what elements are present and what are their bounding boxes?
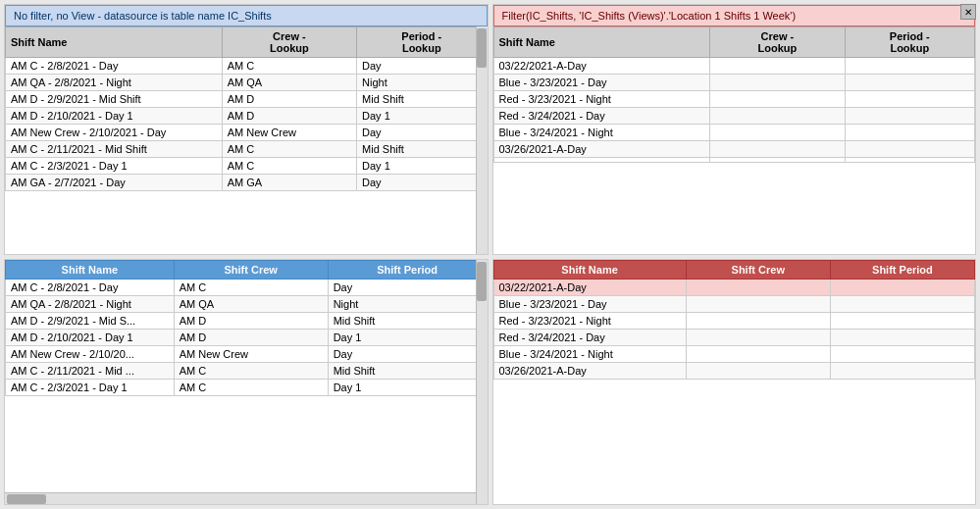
tl-col-period-lookup: Period -Lookup <box>357 27 487 58</box>
bl-col-shift-period: Shift Period <box>328 260 487 279</box>
table-row[interactable]: AM C - 2/3/2021 - Day 1AM CDay 1 <box>6 379 488 395</box>
table-row[interactable]: AM C - 2/8/2021 - DayAM CDay <box>6 279 488 295</box>
top-left-table-container[interactable]: Shift Name Crew -Lookup Period -Lookup A… <box>5 26 488 254</box>
table-row[interactable]: AM New Crew - 2/10/2021 - DayAM New Crew… <box>6 125 488 141</box>
table-cell: AM D <box>222 91 356 108</box>
tl-scroll-thumb <box>477 28 487 68</box>
table-cell: AM QA <box>222 75 356 91</box>
bl-col-shift-crew: Shift Crew <box>174 260 328 279</box>
tl-scrollbar[interactable] <box>476 26 488 254</box>
bottom-right-table: Shift Name Shift Crew Shift Period 03/22… <box>493 260 976 380</box>
table-cell <box>686 362 830 379</box>
table-cell: Mid Shift <box>357 91 487 108</box>
table-cell: AM D <box>222 108 356 125</box>
table-cell <box>845 75 974 91</box>
table-cell: Blue - 3/23/2021 - Day <box>493 295 686 312</box>
table-row[interactable]: AM C - 2/11/2021 - Mid ...AM CMid Shift <box>6 362 488 379</box>
table-row[interactable]: AM New Crew - 2/10/20...AM New CrewDay <box>6 345 488 362</box>
table-cell: Red - 3/23/2021 - Night <box>493 312 686 329</box>
table-cell: Blue - 3/24/2021 - Night <box>493 125 710 141</box>
table-cell: Mid Shift <box>328 312 487 329</box>
table-row[interactable]: AM D - 2/10/2021 - Day 1AM DDay 1 <box>6 329 488 345</box>
table-row[interactable]: 03/22/2021-A-Day <box>493 279 975 295</box>
table-cell <box>845 125 974 141</box>
table-row[interactable]: AM D - 2/10/2021 - Day 1AM DDay 1 <box>6 108 488 125</box>
table-cell <box>845 91 974 108</box>
table-row[interactable]: Blue - 3/23/2021 - Day <box>493 295 975 312</box>
table-row[interactable]: AM C - 2/8/2021 - DayAM CDay <box>6 58 488 75</box>
table-cell: 03/22/2021-A-Day <box>493 279 686 295</box>
table-cell: AM C <box>174 379 328 395</box>
table-cell: Day 1 <box>328 329 487 345</box>
table-cell <box>845 141 974 158</box>
table-row[interactable]: 03/22/2021-A-Day <box>493 58 975 75</box>
top-left-header: No filter, no View - datasource is table… <box>5 5 488 26</box>
top-right-header: Filter(IC_Shifts, 'IC_Shifts (Views)'.'L… <box>493 5 976 26</box>
table-row[interactable] <box>493 158 975 163</box>
table-cell: AM C - 2/11/2021 - Mid Shift <box>6 141 223 158</box>
table-cell <box>830 329 974 345</box>
top-right-table-container[interactable]: Shift Name Crew -Lookup Period -Lookup 0… <box>493 26 976 254</box>
table-row[interactable]: 03/26/2021-A-Day <box>493 141 975 158</box>
table-cell: Day <box>357 125 487 141</box>
bl-col-shift-name: Shift Name <box>6 260 175 279</box>
table-row[interactable]: Red - 3/23/2021 - Night <box>493 312 975 329</box>
table-row[interactable]: AM GA - 2/7/2021 - DayAM GADay <box>6 175 488 191</box>
table-row[interactable]: AM C - 2/3/2021 - Day 1AM CDay 1 <box>6 158 488 175</box>
table-row[interactable]: Blue - 3/24/2021 - Night <box>493 345 975 362</box>
table-cell: AM New Crew <box>222 125 356 141</box>
table-cell: Day <box>328 345 487 362</box>
table-row[interactable]: Red - 3/23/2021 - Night <box>493 91 975 108</box>
table-cell <box>710 108 845 125</box>
close-button[interactable]: ✕ <box>960 4 976 20</box>
table-cell: AM C - 2/8/2021 - Day <box>6 58 223 75</box>
table-cell: AM GA <box>222 175 356 191</box>
table-cell: 03/26/2021-A-Day <box>493 362 686 379</box>
table-cell: Day <box>357 58 487 75</box>
table-cell <box>710 141 845 158</box>
table-cell <box>830 279 974 295</box>
table-row[interactable]: Blue - 3/23/2021 - Day <box>493 75 975 91</box>
bottom-right-table-container[interactable]: Shift Name Shift Crew Shift Period 03/22… <box>493 260 976 504</box>
top-row: No filter, no View - datasource is table… <box>4 4 976 255</box>
table-cell: AM New Crew - 2/10/2021 - Day <box>6 125 223 141</box>
table-cell: Day <box>328 279 487 295</box>
table-cell <box>830 295 974 312</box>
table-cell: Red - 3/24/2021 - Day <box>493 329 686 345</box>
bl-scrollbar[interactable] <box>476 260 488 504</box>
table-row[interactable]: 03/26/2021-A-Day <box>493 362 975 379</box>
table-cell <box>830 312 974 329</box>
table-cell: Red - 3/24/2021 - Day <box>493 108 710 125</box>
br-col-shift-period: Shift Period <box>830 260 974 279</box>
table-cell: AM GA - 2/7/2021 - Day <box>6 175 223 191</box>
table-row[interactable]: AM QA - 2/8/2021 - NightAM QANight <box>6 295 488 312</box>
table-row[interactable]: AM D - 2/9/2021 - Mid S...AM DMid Shift <box>6 312 488 329</box>
table-cell: AM C <box>174 279 328 295</box>
tr-col-period-lookup: Period -Lookup <box>845 27 974 58</box>
tr-col-crew-lookup: Crew -Lookup <box>710 27 845 58</box>
bottom-row: Shift Name Shift Crew Shift Period AM C … <box>4 259 976 505</box>
bl-horiz-scrollbar[interactable] <box>5 492 476 504</box>
table-cell: AM New Crew <box>174 345 328 362</box>
table-row[interactable]: Red - 3/24/2021 - Day <box>493 329 975 345</box>
table-row[interactable]: AM QA - 2/8/2021 - NightAM QANight <box>6 75 488 91</box>
table-cell: AM C <box>222 158 356 175</box>
table-row[interactable]: AM D - 2/9/2021 - Mid ShiftAM DMid Shift <box>6 91 488 108</box>
table-cell: AM D - 2/9/2021 - Mid S... <box>6 312 175 329</box>
table-row[interactable]: Blue - 3/24/2021 - Night <box>493 125 975 141</box>
table-cell: Night <box>357 75 487 91</box>
br-col-shift-crew: Shift Crew <box>686 260 830 279</box>
table-row[interactable]: Red - 3/24/2021 - Day <box>493 108 975 125</box>
table-cell <box>493 158 710 163</box>
table-cell: 03/26/2021-A-Day <box>493 141 710 158</box>
bottom-left-panel: Shift Name Shift Crew Shift Period AM C … <box>4 259 489 505</box>
table-row[interactable]: AM C - 2/11/2021 - Mid ShiftAM CMid Shif… <box>6 141 488 158</box>
table-cell: Blue - 3/23/2021 - Day <box>493 75 710 91</box>
table-cell <box>830 362 974 379</box>
bottom-left-table-container[interactable]: Shift Name Shift Crew Shift Period AM C … <box>5 260 488 504</box>
bottom-left-table: Shift Name Shift Crew Shift Period AM C … <box>5 260 488 396</box>
table-cell <box>845 158 974 163</box>
table-cell: Day 1 <box>357 158 487 175</box>
bl-scroll-thumb <box>477 262 487 301</box>
table-cell: AM D <box>174 312 328 329</box>
